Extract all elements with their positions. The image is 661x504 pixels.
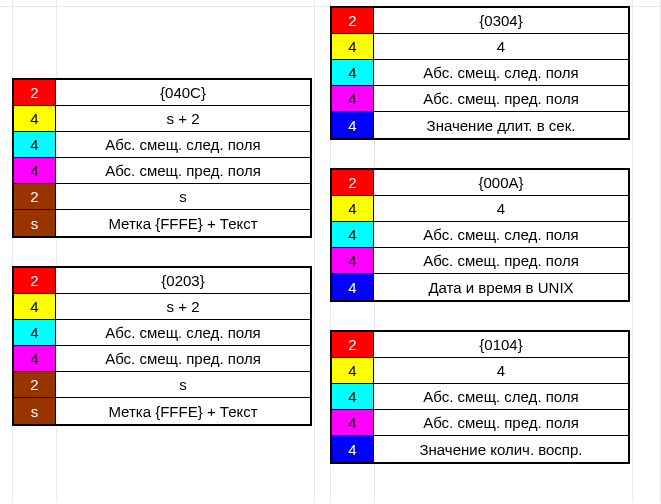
table-row: 4 Абс. смещ. пред. поля: [332, 410, 628, 436]
table-row: 4 Значение длит. в сек.: [332, 112, 628, 138]
table-row: 4 Дата и время в UNIX: [332, 274, 628, 300]
table-row: 4 Абс. смещ. пред. поля: [332, 248, 628, 274]
table-row: 4 Абс. смещ. след. поля: [332, 60, 628, 86]
size-cell: 4: [332, 112, 374, 138]
desc-cell: Абс. смещ. след. поля: [374, 60, 628, 85]
struct-block-040c: 2 {040C} 4 s + 2 4 Абс. смещ. след. поля…: [12, 78, 312, 238]
table-row: 4 Абс. смещ. след. поля: [332, 384, 628, 410]
size-cell: 2: [332, 332, 374, 357]
table-row: 2 {0203}: [14, 268, 310, 294]
size-cell: s: [14, 210, 56, 236]
desc-cell: s: [56, 372, 310, 397]
table-row: 4 s + 2: [14, 106, 310, 132]
size-cell: 4: [14, 158, 56, 183]
size-cell: 4: [332, 248, 374, 273]
desc-cell: 4: [374, 358, 628, 383]
size-cell: 2: [14, 80, 56, 105]
size-cell: 4: [332, 34, 374, 59]
table-row: 4 Абс. смещ. пред. поля: [14, 346, 310, 372]
desc-cell: Абс. смещ. след. поля: [56, 132, 310, 157]
desc-cell: Абс. смещ. пред. поля: [374, 248, 628, 273]
struct-block-000a: 2 {000A} 4 4 4 Абс. смещ. след. поля 4 А…: [330, 168, 630, 302]
size-cell: 4: [332, 60, 374, 85]
size-cell: 4: [332, 222, 374, 247]
size-cell: 4: [332, 436, 374, 462]
size-cell: 4: [332, 86, 374, 111]
size-cell: 2: [332, 170, 374, 195]
table-row: 4 4: [332, 196, 628, 222]
table-row: 4 s + 2: [14, 294, 310, 320]
size-cell: 2: [14, 268, 56, 293]
size-cell: 4: [14, 106, 56, 131]
table-row: 4 4: [332, 34, 628, 60]
desc-cell: Метка {FFFE} + Текст: [56, 398, 310, 424]
table-row: 2 {040C}: [14, 80, 310, 106]
desc-cell: {040C}: [56, 80, 310, 105]
desc-cell: {000A}: [374, 170, 628, 195]
desc-cell: Абс. смещ. пред. поля: [374, 86, 628, 111]
size-cell: 4: [332, 384, 374, 409]
size-cell: 4: [332, 196, 374, 221]
size-cell: 2: [332, 8, 374, 33]
table-row: 4 Значение колич. воспр.: [332, 436, 628, 462]
desc-cell: s + 2: [56, 106, 310, 131]
desc-cell: Абс. смещ. пред. поля: [56, 158, 310, 183]
desc-cell: Абс. смещ. след. поля: [56, 320, 310, 345]
desc-cell: Абс. смещ. пред. поля: [56, 346, 310, 371]
table-row: 4 Абс. смещ. пред. поля: [14, 158, 310, 184]
size-cell: 2: [14, 184, 56, 209]
size-cell: 4: [332, 410, 374, 435]
desc-cell: {0304}: [374, 8, 628, 33]
left-column: 2 {040C} 4 s + 2 4 Абс. смещ. след. поля…: [12, 6, 312, 492]
desc-cell: {0203}: [56, 268, 310, 293]
desc-cell: 4: [374, 196, 628, 221]
desc-cell: s: [56, 184, 310, 209]
desc-cell: Значение длит. в сек.: [374, 112, 628, 138]
struct-block-0104: 2 {0104} 4 4 4 Абс. смещ. след. поля 4 А…: [330, 330, 630, 464]
desc-cell: {0104}: [374, 332, 628, 357]
desc-cell: Абс. смещ. след. поля: [374, 384, 628, 409]
size-cell: 4: [14, 320, 56, 345]
desc-cell: 4: [374, 34, 628, 59]
table-row: 4 Абс. смещ. след. поля: [14, 132, 310, 158]
table-row: 4 Абс. смещ. след. поля: [14, 320, 310, 346]
size-cell: 4: [332, 358, 374, 383]
desc-cell: Абс. смещ. след. поля: [374, 222, 628, 247]
right-column: 2 {0304} 4 4 4 Абс. смещ. след. поля 4 А…: [330, 6, 630, 492]
table-row: 2 {000A}: [332, 170, 628, 196]
size-cell: 2: [14, 372, 56, 397]
table-row: 2 {0304}: [332, 8, 628, 34]
table-row: 2 {0104}: [332, 332, 628, 358]
table-row: 4 Абс. смещ. след. поля: [332, 222, 628, 248]
size-cell: 4: [14, 346, 56, 371]
table-row: s Метка {FFFE} + Текст: [14, 398, 310, 424]
table-row: 4 4: [332, 358, 628, 384]
struct-block-0304: 2 {0304} 4 4 4 Абс. смещ. след. поля 4 А…: [330, 6, 630, 140]
table-row: 2 s: [14, 372, 310, 398]
size-cell: 4: [14, 294, 56, 319]
desc-cell: Абс. смещ. пред. поля: [374, 410, 628, 435]
struct-block-0203: 2 {0203} 4 s + 2 4 Абс. смещ. след. поля…: [12, 266, 312, 426]
table-row: 4 Абс. смещ. пред. поля: [332, 86, 628, 112]
desc-cell: Дата и время в UNIX: [374, 274, 628, 300]
desc-cell: Метка {FFFE} + Текст: [56, 210, 310, 236]
table-row: 2 s: [14, 184, 310, 210]
desc-cell: s + 2: [56, 294, 310, 319]
size-cell: 4: [14, 132, 56, 157]
size-cell: 4: [332, 274, 374, 300]
table-row: s Метка {FFFE} + Текст: [14, 210, 310, 236]
size-cell: s: [14, 398, 56, 424]
desc-cell: Значение колич. воспр.: [374, 436, 628, 462]
